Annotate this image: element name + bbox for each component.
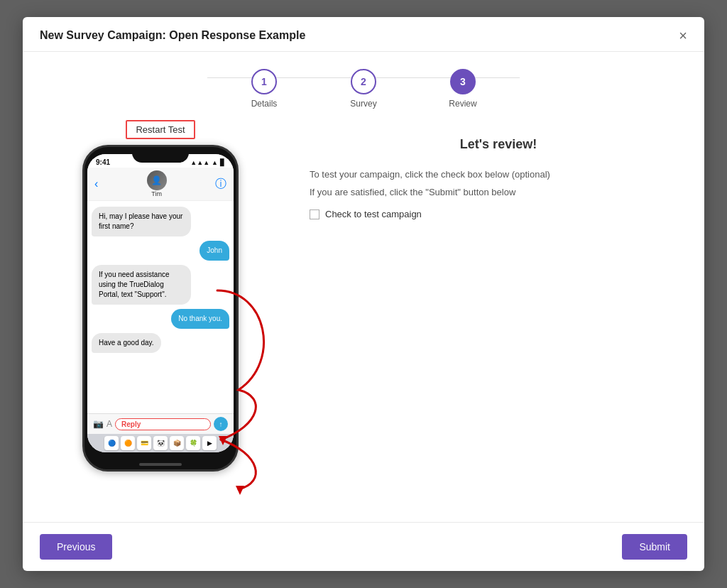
phone-input-icons: 📷 A	[93, 419, 112, 429]
svg-marker-1	[236, 486, 244, 495]
status-icons: ▲▲▲ ▲ ▊	[190, 159, 225, 166]
apps-icon: A	[106, 419, 112, 429]
contact-info: 👤 Tim	[147, 170, 167, 197]
app-icon-4: 🐼	[153, 436, 168, 450]
previous-button[interactable]: Previous	[40, 534, 112, 560]
message-2: If you need assistance using the TrueDia…	[92, 265, 191, 305]
app-icon-5: 📦	[170, 436, 184, 450]
phone-home-bar	[84, 459, 236, 469]
message-1: John	[199, 241, 229, 261]
review-side: Let's review! To test your campaign, cli…	[310, 120, 687, 511]
phone-notch	[132, 147, 189, 163]
test-checkbox-row: Check to test campaign	[310, 209, 687, 219]
phone-time: 9:41	[96, 158, 110, 166]
app-icon-2: 🟠	[121, 436, 135, 450]
keyboard-row: 🔵 🟠 💳 🐼 📦 🍀 ▶	[87, 434, 234, 452]
review-title: Let's review!	[310, 137, 687, 152]
step-3-circle: 3	[450, 69, 476, 94]
phone-side: Restart Test 9:41 ▲▲▲ ▲ ▊	[40, 120, 281, 511]
back-icon[interactable]: ‹	[94, 178, 98, 190]
contact-name: Tim	[151, 190, 162, 197]
test-campaign-checkbox[interactable]	[310, 209, 319, 219]
app-icon-6: 🍀	[186, 436, 200, 450]
message-0: Hi, may I please have your first name?	[92, 207, 191, 236]
send-button[interactable]: ↑	[214, 417, 228, 431]
step-3-label: Review	[449, 99, 476, 109]
step-3: 3 Review	[413, 69, 513, 109]
battery-icon: ▊	[220, 159, 225, 166]
messages-area: Hi, may I please have your first name? J…	[87, 201, 234, 413]
app-icon-7: ▶	[202, 436, 217, 450]
step-2-circle: 2	[351, 69, 376, 94]
modal: New Survey Campaign: Open Response Examp…	[23, 17, 704, 571]
signal-icon: ▲▲▲	[190, 159, 209, 166]
step-2: 2 Survey	[314, 69, 413, 109]
close-button[interactable]: ×	[679, 28, 687, 43]
modal-header: New Survey Campaign: Open Response Examp…	[23, 17, 704, 52]
step-2-label: Survey	[350, 99, 376, 109]
wifi-icon: ▲	[212, 159, 218, 166]
imessage-header: ‹ 👤 Tim ⓘ	[87, 168, 234, 201]
test-campaign-label: Check to test campaign	[325, 209, 422, 219]
app-icon-1: 🔵	[104, 436, 119, 450]
step-1-circle: 1	[251, 69, 277, 94]
contact-avatar: 👤	[147, 170, 167, 190]
restart-test-button[interactable]: Restart Test	[126, 120, 195, 139]
camera-icon: 📷	[93, 419, 104, 429]
message-4: Have a good day.	[92, 333, 161, 353]
step-1-label: Details	[251, 99, 278, 109]
app-icon-3: 💳	[137, 436, 151, 450]
stepper: 1 Details 2 Survey 3 Review	[23, 52, 704, 120]
message-3: No thank you.	[171, 309, 229, 329]
home-indicator	[139, 463, 182, 466]
review-instruction-1: To test your campaign, click the check b…	[310, 169, 687, 180]
submit-button[interactable]: Submit	[622, 534, 687, 560]
modal-title: New Survey Campaign: Open Response Examp…	[40, 29, 305, 42]
reply-input[interactable]: Reply	[115, 418, 211, 430]
step-1: 1 Details	[214, 69, 314, 109]
phone-mockup: 9:41 ▲▲▲ ▲ ▊ ‹ 👤	[82, 145, 239, 472]
phone-input-bar: 📷 A Reply ↑	[87, 413, 234, 434]
phone-screen: 9:41 ▲▲▲ ▲ ▊ ‹ 👤	[87, 154, 234, 452]
modal-footer: Previous Submit	[23, 522, 704, 571]
info-icon[interactable]: ⓘ	[215, 177, 226, 192]
modal-body: Restart Test 9:41 ▲▲▲ ▲ ▊	[23, 120, 704, 522]
review-instruction-2: If you are satisfied, click the "Submit"…	[310, 187, 687, 197]
